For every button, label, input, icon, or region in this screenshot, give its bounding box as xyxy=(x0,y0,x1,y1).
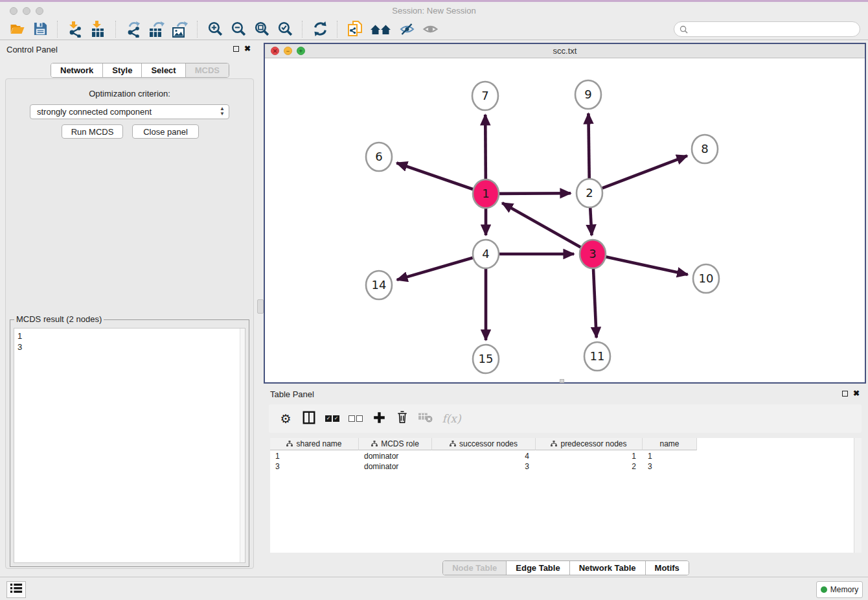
tab-network[interactable]: Network xyxy=(51,63,103,77)
table-cell[interactable]: dominator xyxy=(359,451,432,461)
table-cell[interactable]: 1 xyxy=(536,451,643,461)
column-header-shared-name[interactable]: shared name xyxy=(270,438,359,450)
select-all-button[interactable]: ✓✓ xyxy=(324,410,341,428)
column-label: MCDS role xyxy=(381,439,419,448)
graph-edge-1-2[interactable] xyxy=(498,193,571,194)
tab-mcds[interactable]: MCDS xyxy=(186,63,229,77)
graph-edge-2-9[interactable] xyxy=(588,113,589,181)
toolbar-separator xyxy=(115,21,117,38)
export-image-icon xyxy=(172,21,189,38)
tab-motifs[interactable]: Motifs xyxy=(646,561,689,575)
column-header-successor-nodes[interactable]: successor nodes xyxy=(432,438,536,450)
import-table-button[interactable] xyxy=(89,20,108,38)
table-cell[interactable]: dominator xyxy=(359,461,432,472)
refresh-view-button[interactable] xyxy=(310,20,330,38)
delete-table-button[interactable] xyxy=(417,410,434,428)
table-cell[interactable]: 3 xyxy=(270,461,359,472)
search-input[interactable] xyxy=(691,24,849,34)
float-panel-icon[interactable] xyxy=(233,46,239,52)
table-cell[interactable]: 2 xyxy=(536,461,643,472)
graph-node-7[interactable]: 7 xyxy=(472,82,498,110)
show-panels-button[interactable] xyxy=(6,581,26,598)
export-image-button[interactable] xyxy=(170,20,190,38)
graph-node-9[interactable]: 9 xyxy=(575,80,601,109)
apply-function-button[interactable]: f(x) xyxy=(440,410,463,428)
add-row-button[interactable] xyxy=(371,410,387,428)
column-header-predecessor-nodes[interactable]: predecessor nodes xyxy=(536,438,643,450)
tab-network-table[interactable]: Network Table xyxy=(570,561,646,575)
graph-edge-3-11[interactable] xyxy=(593,266,597,338)
graph-node-6[interactable]: 6 xyxy=(366,143,392,171)
svg-text:9: 9 xyxy=(584,87,591,101)
tab-style[interactable]: Style xyxy=(103,63,142,77)
network-window-titlebar[interactable]: ✕ − + scc.txt xyxy=(265,44,865,58)
table-row[interactable]: 1dominator411 xyxy=(270,451,697,461)
close-panel-icon[interactable]: ✖ xyxy=(244,44,251,53)
zoom-selected-button[interactable] xyxy=(275,20,295,38)
trash-icon xyxy=(396,410,409,427)
graph-node-8[interactable]: 8 xyxy=(692,135,718,163)
graph-edge-3-10[interactable] xyxy=(605,257,688,275)
zoom-out-button[interactable] xyxy=(229,20,248,38)
column-header-name[interactable]: name xyxy=(643,438,697,450)
graph-node-15[interactable]: 15 xyxy=(473,345,499,373)
tab-select[interactable]: Select xyxy=(142,63,185,77)
graph-edge-2-8[interactable] xyxy=(601,156,687,189)
clone-network-button[interactable] xyxy=(345,20,365,38)
graph-node-3[interactable]: 3 xyxy=(580,240,606,268)
graph-node-1[interactable]: 1 xyxy=(473,179,499,208)
close-table-panel-icon[interactable]: ✖ xyxy=(853,389,860,398)
open-file-button[interactable] xyxy=(7,20,27,38)
import-network-button[interactable] xyxy=(65,20,85,38)
export-network-button[interactable] xyxy=(124,20,143,38)
graph-edge-3-1[interactable] xyxy=(502,203,582,248)
close-panel-button[interactable]: Close panel xyxy=(132,124,199,139)
network-graph-canvas[interactable]: 7968124314101511 xyxy=(265,58,865,382)
run-mcds-button[interactable]: Run MCDS xyxy=(62,124,123,139)
svg-text:1: 1 xyxy=(482,187,489,200)
graph-edge-2-3[interactable] xyxy=(590,205,591,235)
graph-node-4[interactable]: 4 xyxy=(473,240,499,268)
tab-node-table[interactable]: Node Table xyxy=(443,561,507,575)
result-scrollbar[interactable] xyxy=(240,329,245,562)
graph-edge-4-14[interactable] xyxy=(397,257,474,280)
float-table-panel-icon[interactable] xyxy=(842,391,848,397)
table-cell[interactable]: 3 xyxy=(432,461,536,472)
graph-node-10[interactable]: 10 xyxy=(693,264,719,293)
table-cell[interactable]: 1 xyxy=(643,451,697,461)
table-cell[interactable]: 1 xyxy=(270,451,359,461)
svg-text:3: 3 xyxy=(589,247,596,260)
hide-graphics-details-button[interactable] xyxy=(397,20,417,38)
show-graphics-details-button[interactable] xyxy=(420,20,440,38)
apply-layout-button[interactable] xyxy=(369,20,393,38)
criterion-dropdown[interactable]: strongly connected component ▲▼ xyxy=(30,104,229,119)
column-visibility-button[interactable] xyxy=(301,410,317,428)
mcds-result-textarea[interactable]: 1 3 xyxy=(14,328,246,563)
splitter-grip[interactable] xyxy=(257,299,264,314)
graph-node-2[interactable]: 2 xyxy=(577,179,602,207)
table-row[interactable]: 3dominator323 xyxy=(270,461,697,472)
zoom-fit-button[interactable] xyxy=(252,20,271,38)
zoom-fit-icon xyxy=(254,21,270,37)
table-cell[interactable]: 3 xyxy=(643,461,697,472)
column-header-MCDS-role[interactable]: MCDS role xyxy=(359,438,432,450)
network-resize-handle[interactable] xyxy=(560,379,564,383)
search-field[interactable] xyxy=(674,21,860,37)
tab-edge-table[interactable]: Edge Table xyxy=(507,561,569,575)
table-settings-button[interactable]: ⚙ xyxy=(277,410,294,428)
table-cell[interactable]: 4 xyxy=(432,451,536,461)
dropdown-stepper-icon: ▲▼ xyxy=(220,106,225,117)
zoom-in-button[interactable] xyxy=(205,20,225,38)
memory-button[interactable]: Memory xyxy=(816,581,863,598)
graph-edge-1-7[interactable] xyxy=(485,115,486,181)
deselect-all-button[interactable] xyxy=(347,410,364,428)
graph-edge-1-6[interactable] xyxy=(396,163,474,189)
graph-node-14[interactable]: 14 xyxy=(366,271,392,299)
save-session-button[interactable] xyxy=(30,20,50,38)
table-scrollbar[interactable] xyxy=(854,438,862,553)
delete-row-button[interactable] xyxy=(394,410,411,428)
panel-splitter[interactable] xyxy=(259,40,262,577)
graph-node-11[interactable]: 11 xyxy=(584,342,610,371)
export-table-button[interactable] xyxy=(147,20,166,38)
eye-icon xyxy=(422,21,439,37)
